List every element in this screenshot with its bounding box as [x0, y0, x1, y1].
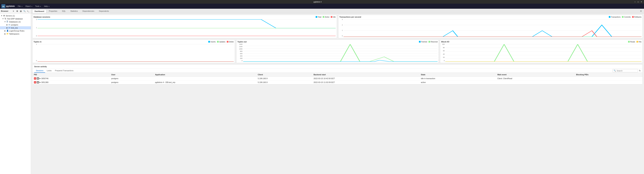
- th-backend-start: Backend start: [312, 73, 420, 76]
- toggle-postgres: ▶: [6, 24, 8, 26]
- legend-fetched: Fetched: [419, 41, 427, 43]
- db-sessions-header: Database sessions Total Active: [34, 16, 336, 18]
- databases-label: Databases (2): [9, 21, 21, 23]
- sidebar-title: Browser: [1, 10, 8, 12]
- activity-search-box: 🔍: [612, 69, 638, 72]
- legend-inserts-dot: [208, 41, 210, 42]
- tree-item-tablespaces[interactable]: ▶ 📁 Tablespaces: [0, 32, 31, 35]
- tree-item-postgres-db[interactable]: ▶ 🗃 postgres: [0, 23, 31, 26]
- activity-search-input[interactable]: [617, 70, 637, 72]
- tree-item-login-roles[interactable]: ▶ 👤 Login/Group Roles: [0, 29, 31, 32]
- row1-actions: ✕ ■ ▶ 3050746: [34, 77, 108, 80]
- tab-dependencies[interactable]: Dependencies: [80, 9, 96, 13]
- tuples-out-title: Tuples out: [238, 41, 247, 43]
- maximize-btn[interactable]: □: [637, 1, 640, 3]
- tablespaces-icon: 📁: [6, 33, 9, 35]
- db-sessions-svg: [38, 18, 336, 37]
- row1-terminate-btn[interactable]: ✕: [34, 77, 36, 80]
- td-row1-blocking-pids: [575, 76, 642, 80]
- postgres-db-label: postgres: [11, 24, 18, 26]
- legend-updates: Updates: [217, 41, 226, 43]
- tuples-in-y-axis: 1 0: [34, 44, 37, 62]
- db-sessions-chart-area: 2 1 0: [34, 18, 336, 37]
- td-row1-user: postgres: [110, 76, 154, 80]
- td-row1-application: [154, 76, 256, 80]
- tuples-in-panel: Tuples in Inserts Updates: [32, 40, 235, 63]
- tab-dependents[interactable]: Dependents: [97, 9, 111, 13]
- activity-tab-sessions[interactable]: Sessions: [34, 69, 45, 73]
- tree-item-test-erp-server[interactable]: ▼ 🐘 Test ERP database: [0, 17, 31, 20]
- legend-rollbacks-label: Rollbacks: [634, 16, 642, 18]
- tab-properties[interactable]: Properties: [46, 9, 59, 13]
- transactions-header: Transactions per second Transactions Com…: [340, 16, 642, 18]
- tab-dashboard[interactable]: Dashboard: [32, 10, 46, 13]
- legend-updates-dot: [217, 41, 219, 42]
- db-sessions-y-axis: 2 1 0: [34, 18, 37, 37]
- tab-sql[interactable]: SQL: [60, 9, 68, 13]
- svg-text:pg: pg: [2, 5, 4, 7]
- activity-tab-prepared[interactable]: Prepared Transactions: [53, 69, 75, 73]
- close-tab-btn[interactable]: ✕: [639, 10, 643, 13]
- td-row2-wait-event: [496, 80, 575, 84]
- th-user: User: [110, 73, 154, 76]
- transactions-title: Transactions per second: [340, 16, 361, 18]
- browser-tree: ▼ 🖥 Servers (1) ▼ 🐘 Test ERP database ▼ …: [0, 14, 31, 174]
- legend-commits-label: Commits: [624, 16, 630, 18]
- toggle-servers: ▼: [1, 15, 3, 17]
- minimize-btn[interactable]: –: [634, 1, 636, 3]
- sidebar-terminal-btn[interactable]: >_: [26, 10, 30, 13]
- tree-item-test-erp-db[interactable]: ▶ 🗃 test_erp: [0, 26, 31, 29]
- row2-cancel-btn[interactable]: ■: [37, 81, 39, 84]
- legend-transactions: Transactions: [609, 16, 620, 18]
- tuples-in-svg: [38, 44, 234, 62]
- table-row: ✕ ■ ▶ 3051380 postgres pgAdmin 4 - DB:te…: [32, 80, 642, 84]
- th-application: Application: [154, 73, 256, 76]
- transactions-panel: Transactions per second Transactions Com…: [338, 15, 643, 38]
- row2-expand-btn[interactable]: ▶: [40, 82, 41, 83]
- logo-icon: pg: [1, 4, 5, 8]
- table-row: ✕ ■ ▶ 3050746 postgres 5.199.160.9 2022: [32, 76, 642, 80]
- activity-table-header-row: PID User Application Client Backend star…: [32, 73, 642, 76]
- activity-tab-locks[interactable]: Locks: [45, 69, 53, 73]
- sidebar-grid-btn[interactable]: ⊞: [16, 10, 19, 13]
- db-sessions-panel: Database sessions Total Active: [32, 15, 337, 38]
- block-io-svg: [445, 44, 642, 62]
- menu-help[interactable]: Help ▾: [42, 4, 51, 8]
- activity-refresh-btn[interactable]: ↻: [639, 70, 641, 72]
- activity-header: Server activity: [32, 64, 642, 69]
- tree-item-servers[interactable]: ▼ 🖥 Servers (1): [0, 14, 31, 17]
- legend-hits-label: Hits: [639, 41, 642, 43]
- close-btn[interactable]: ×: [640, 1, 643, 3]
- row1-expand-btn[interactable]: ▶: [40, 78, 41, 79]
- tuples-out-legend: Fetched Returned: [419, 41, 438, 43]
- td-row2-client: 5.199.160.9: [256, 80, 312, 84]
- sidebar-header: Browser ≡ ⊞ ▤ 🔍 >_: [0, 9, 31, 14]
- sidebar-table-btn[interactable]: ▤: [19, 10, 22, 13]
- row1-cancel-btn[interactable]: ■: [37, 77, 39, 80]
- sidebar-list-btn[interactable]: ≡: [12, 10, 15, 13]
- tree-item-databases[interactable]: ▼ 🗄 Databases (2): [0, 20, 31, 23]
- search-icon: 🔍: [614, 70, 616, 72]
- menu-tools[interactable]: Tools ▾: [34, 4, 42, 8]
- menu-object[interactable]: Object ▾: [24, 4, 34, 8]
- sidebar-search-btn[interactable]: 🔍: [23, 10, 26, 13]
- row2-terminate-btn[interactable]: ✕: [34, 81, 36, 84]
- legend-commits: Commits: [622, 16, 630, 18]
- legend-idle-dot: [331, 16, 332, 18]
- row2-pid-value: 3051380: [41, 81, 48, 83]
- legend-rollbacks: Rollbacks: [632, 16, 642, 18]
- legend-inserts-label: Inserts: [210, 41, 216, 43]
- legend-idle: Idle: [331, 16, 336, 18]
- tuples-in-legend: Inserts Updates Delete: [208, 41, 234, 43]
- legend-commits-dot: [622, 16, 624, 18]
- legend-total-label: Total: [318, 16, 321, 18]
- tuples-out-chart-area: 1400 1200 1000 800 600 400 200 0: [238, 44, 438, 62]
- test-erp-server-label: Test ERP database: [7, 18, 23, 20]
- legend-hits: Hits: [636, 41, 642, 43]
- tab-statistics[interactable]: Statistics: [68, 9, 80, 13]
- menu-file[interactable]: File ▾: [16, 4, 24, 8]
- tuples-in-header: Tuples in Inserts Updates: [34, 41, 234, 43]
- logo-text: pgAdmin: [6, 5, 15, 8]
- sidebar-toolbar: ≡ ⊞ ▤ 🔍 >_: [12, 10, 30, 13]
- transactions-legend: Transactions Commits Rollbacks: [609, 16, 642, 18]
